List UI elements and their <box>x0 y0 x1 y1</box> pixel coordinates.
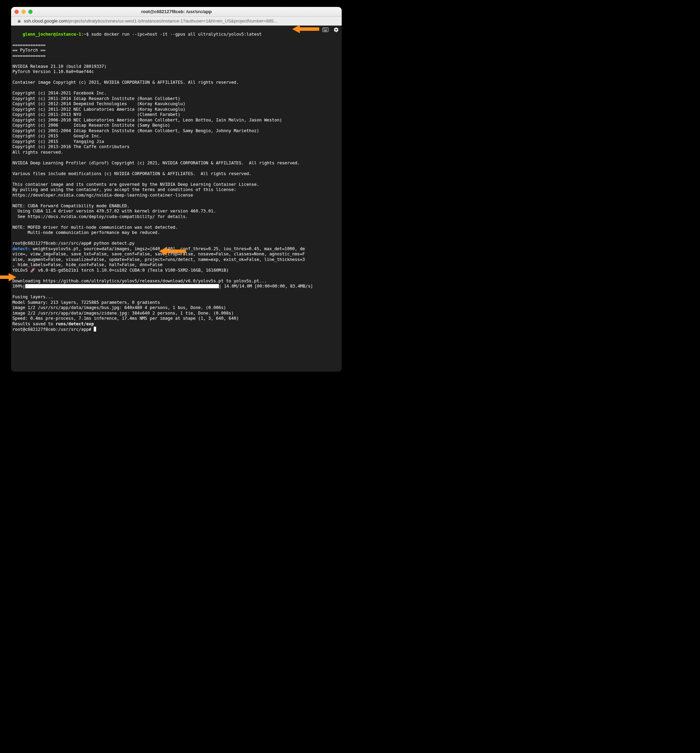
results-path: runs/detect/exp <box>56 322 94 327</box>
model-summary: Model Summary: 213 layers, 7225885 param… <box>12 300 160 305</box>
license-line: This container image and its contents ar… <box>12 182 259 187</box>
svg-rect-4 <box>326 28 327 29</box>
copyright-line: Copyright (c) 2001-2004 Idiap Research I… <box>12 128 259 133</box>
copyright-line: Copyright (c) 2013-2016 The Caffe contri… <box>12 144 129 149</box>
lock-icon <box>17 19 21 23</box>
speed-line: Speed: 0.4ms pre-process, 7.1ms inferenc… <box>12 316 239 321</box>
note-mofed: NOTE: MOFED driver for multi-node commun… <box>12 225 178 230</box>
svg-rect-3 <box>326 28 326 29</box>
copyright-line: Copyright (c) 2011-2012 NEC Laboratories… <box>12 107 186 112</box>
detect-label: detect: <box>12 246 33 251</box>
gear-icon[interactable] <box>334 27 339 33</box>
modifications-line: Various files include modifications (c) … <box>12 171 251 176</box>
terminal-toolbar <box>322 27 339 33</box>
note-cuda: NOTE: CUDA Forward Compatibility mode EN… <box>12 203 129 208</box>
banner-divider: ============= <box>12 42 46 47</box>
note-cuda: See https://docs.nvidia.com/deploy/cuda-… <box>12 214 188 219</box>
copyright-line: Copyright (c) 2015 Yangqing Jia <box>12 139 104 144</box>
svg-rect-8 <box>326 30 327 30</box>
banner-divider: ============= <box>12 53 46 58</box>
svg-rect-9 <box>324 30 327 31</box>
license-url: https://developer.nvidia.com/ngc/nvidia-… <box>12 193 193 198</box>
results-saved: Results saved to <box>12 322 56 327</box>
image-result: image 2/2 /usr/src/app/data/images/zidan… <box>12 311 234 316</box>
copyright-line: Copyright (c) 2006 Idiap Research Instit… <box>12 123 170 128</box>
prompt-root: root@c682127f8ceb:/usr/src/app# <box>12 241 94 246</box>
copyright-line: Copyright (c) 2014-2021 Facebook Inc. <box>12 91 106 95</box>
terminal-output[interactable]: glenn_jocher@instance-1:~$ sudo docker r… <box>11 26 342 372</box>
svg-rect-7 <box>326 30 326 30</box>
cmd-python-detect: python detect.py <box>94 241 134 246</box>
window-controls <box>14 10 33 14</box>
fusing-layers: Fusing layers... <box>12 294 53 299</box>
nvidia-release: NVIDIA Release 21.10 (build 28019337) <box>12 64 106 69</box>
svg-rect-5 <box>323 30 324 30</box>
all-rights-reserved: All rights reserved. <box>12 150 63 155</box>
copyright-line: Copyright (c) 2011-2014 Idiap Research I… <box>12 96 180 101</box>
minimize-icon[interactable] <box>22 10 26 14</box>
pytorch-version: PyTorch Version 1.10.0a0+0aef44c <box>12 69 94 74</box>
image-result: image 1/2 /usr/src/app/data/images/bus.j… <box>12 305 226 310</box>
cursor <box>94 327 96 331</box>
copyright-line: Copyright (c) 2006-2010 NEC Laboratories… <box>12 118 282 122</box>
note-mofed: Multi-node communication performance may… <box>12 230 160 235</box>
url-bar[interactable]: ssh.cloud.google.com/projects/ultralytic… <box>11 17 342 26</box>
dlprof-copyright: NVIDIA Deep Learning Profiler (dlprof) C… <box>12 161 300 166</box>
svg-rect-2 <box>324 28 325 29</box>
url-host: ssh.cloud.google.com <box>24 18 67 23</box>
banner-pytorch: == PyTorch == <box>12 48 46 53</box>
cmd-docker-run: sudo docker run --ipc=host -it --gpus al… <box>91 32 262 37</box>
window-title: root@c682127f8ceb: /usr/src/app <box>11 9 342 14</box>
note-cuda: Using CUDA 11.4 driver version 470.57.02… <box>12 209 216 214</box>
yolo-version: YOLOv5 🚀 v6.0-85-gd5b21b1 torch 1.10.0+c… <box>12 268 229 273</box>
progress-bar <box>25 284 219 288</box>
keyboard-icon[interactable] <box>322 27 329 32</box>
copyright-line: Copyright (c) 2012-2014 Deepmind Technol… <box>12 102 186 106</box>
svg-rect-1 <box>323 28 324 29</box>
detect-args: alse, augment=False, visualize=False, up… <box>12 257 305 262</box>
detect-args: weights=yolov5s.pt, source=data/images, … <box>33 246 305 251</box>
progress-percent: 100% <box>12 284 22 289</box>
prompt-separator: :~$ <box>81 32 91 37</box>
prompt-user: glenn_jocher@instance-1 <box>22 32 81 37</box>
detect-args: vice=, view_img=False, save_txt=False, s… <box>12 252 305 256</box>
terminal-window: root@c682127f8ceb: /usr/src/app ssh.clou… <box>11 7 342 372</box>
container-copyright: Container image Copyright (c) 2021, NVID… <box>12 80 239 85</box>
license-line: By pulling and using the container, you … <box>12 187 236 192</box>
url-path: /projects/ultralytics/zones/us-west1-b/i… <box>67 18 278 23</box>
detect-args: , hide_labels=False, hide_conf=False, ha… <box>12 262 162 267</box>
copyright-line: Copyright (c) 2015 Google Inc. <box>12 134 101 138</box>
copyright-line: Copyright (c) 2011-2013 NYU (Clement Far… <box>12 112 180 117</box>
download-line: Downloading https://github.com/ultralyti… <box>12 278 267 283</box>
prompt-root: root@c682127f8ceb:/usr/src/app# <box>12 327 94 332</box>
progress-tail: 14.0M/14.0M [00:00<00:00, 83.4MB/s] <box>221 284 313 289</box>
close-icon[interactable] <box>14 10 19 14</box>
svg-rect-6 <box>324 30 325 30</box>
titlebar: root@c682127f8ceb: /usr/src/app <box>11 7 342 17</box>
maximize-icon[interactable] <box>28 10 33 14</box>
